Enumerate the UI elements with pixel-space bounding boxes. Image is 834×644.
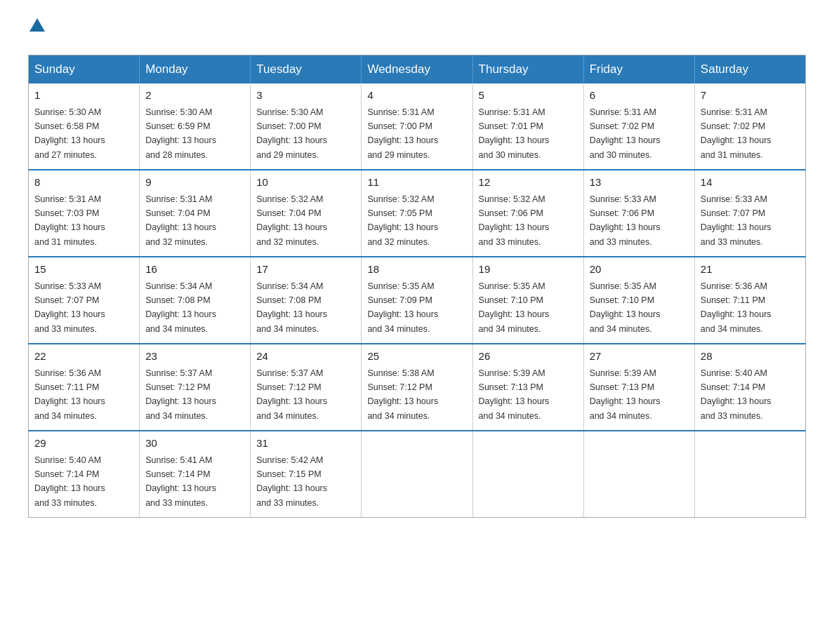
day-number: 14 bbox=[701, 175, 800, 191]
calendar-cell: 25Sunrise: 5:38 AMSunset: 7:12 PMDayligh… bbox=[362, 344, 472, 431]
day-info: Sunrise: 5:32 AMSunset: 7:04 PMDaylight:… bbox=[256, 194, 327, 247]
calendar-week-3: 15Sunrise: 5:33 AMSunset: 7:07 PMDayligh… bbox=[29, 257, 806, 344]
calendar-cell bbox=[583, 431, 694, 518]
day-info: Sunrise: 5:33 AMSunset: 7:06 PMDaylight:… bbox=[590, 194, 661, 247]
calendar-cell: 16Sunrise: 5:34 AMSunset: 7:08 PMDayligh… bbox=[140, 257, 251, 344]
day-number: 11 bbox=[367, 175, 466, 191]
day-info: Sunrise: 5:32 AMSunset: 7:05 PMDaylight:… bbox=[367, 194, 438, 247]
day-number: 22 bbox=[34, 349, 133, 365]
header-saturday: Saturday bbox=[694, 55, 805, 84]
day-number: 25 bbox=[367, 349, 466, 365]
day-info: Sunrise: 5:30 AMSunset: 7:00 PMDaylight:… bbox=[256, 107, 327, 160]
day-info: Sunrise: 5:39 AMSunset: 7:13 PMDaylight:… bbox=[590, 368, 661, 421]
day-info: Sunrise: 5:31 AMSunset: 7:02 PMDaylight:… bbox=[701, 107, 772, 160]
day-info: Sunrise: 5:35 AMSunset: 7:10 PMDaylight:… bbox=[479, 281, 550, 334]
day-info: Sunrise: 5:33 AMSunset: 7:07 PMDaylight:… bbox=[701, 194, 772, 247]
header bbox=[28, 21, 806, 34]
day-info: Sunrise: 5:31 AMSunset: 7:00 PMDaylight:… bbox=[367, 107, 438, 160]
header-friday: Friday bbox=[583, 55, 694, 84]
day-info: Sunrise: 5:31 AMSunset: 7:02 PMDaylight:… bbox=[590, 107, 661, 160]
calendar-cell: 14Sunrise: 5:33 AMSunset: 7:07 PMDayligh… bbox=[694, 170, 805, 257]
day-number: 15 bbox=[34, 262, 133, 278]
calendar-cell: 10Sunrise: 5:32 AMSunset: 7:04 PMDayligh… bbox=[251, 170, 362, 257]
day-number: 2 bbox=[145, 88, 244, 104]
calendar-cell: 20Sunrise: 5:35 AMSunset: 7:10 PMDayligh… bbox=[583, 257, 694, 344]
day-info: Sunrise: 5:38 AMSunset: 7:12 PMDaylight:… bbox=[367, 368, 438, 421]
day-info: Sunrise: 5:35 AMSunset: 7:09 PMDaylight:… bbox=[367, 281, 438, 334]
day-number: 13 bbox=[590, 175, 689, 191]
day-info: Sunrise: 5:36 AMSunset: 7:11 PMDaylight:… bbox=[34, 368, 105, 421]
day-number: 30 bbox=[145, 436, 244, 452]
day-number: 17 bbox=[256, 262, 355, 278]
day-number: 12 bbox=[479, 175, 578, 191]
calendar-cell: 27Sunrise: 5:39 AMSunset: 7:13 PMDayligh… bbox=[583, 344, 694, 431]
calendar-cell: 8Sunrise: 5:31 AMSunset: 7:03 PMDaylight… bbox=[29, 170, 140, 257]
day-number: 24 bbox=[256, 349, 355, 365]
calendar-cell: 15Sunrise: 5:33 AMSunset: 7:07 PMDayligh… bbox=[29, 257, 140, 344]
calendar-cell: 22Sunrise: 5:36 AMSunset: 7:11 PMDayligh… bbox=[29, 344, 140, 431]
calendar-cell bbox=[362, 431, 472, 518]
day-info: Sunrise: 5:31 AMSunset: 7:01 PMDaylight:… bbox=[479, 107, 550, 160]
calendar-cell: 5Sunrise: 5:31 AMSunset: 7:01 PMDaylight… bbox=[472, 83, 583, 170]
calendar-cell: 19Sunrise: 5:35 AMSunset: 7:10 PMDayligh… bbox=[472, 257, 583, 344]
header-sunday: Sunday bbox=[29, 55, 140, 84]
day-info: Sunrise: 5:41 AMSunset: 7:14 PMDaylight:… bbox=[145, 455, 216, 508]
day-number: 31 bbox=[256, 436, 355, 452]
calendar-cell: 23Sunrise: 5:37 AMSunset: 7:12 PMDayligh… bbox=[140, 344, 251, 431]
day-info: Sunrise: 5:31 AMSunset: 7:03 PMDaylight:… bbox=[34, 194, 105, 247]
day-number: 18 bbox=[367, 262, 466, 278]
calendar-cell: 7Sunrise: 5:31 AMSunset: 7:02 PMDaylight… bbox=[694, 83, 805, 170]
header-monday: Monday bbox=[140, 55, 251, 84]
calendar-cell: 29Sunrise: 5:40 AMSunset: 7:14 PMDayligh… bbox=[29, 431, 140, 518]
calendar-week-5: 29Sunrise: 5:40 AMSunset: 7:14 PMDayligh… bbox=[29, 431, 806, 518]
calendar-week-4: 22Sunrise: 5:36 AMSunset: 7:11 PMDayligh… bbox=[29, 344, 806, 431]
calendar-cell: 18Sunrise: 5:35 AMSunset: 7:09 PMDayligh… bbox=[362, 257, 472, 344]
day-number: 6 bbox=[590, 88, 689, 104]
calendar-cell: 4Sunrise: 5:31 AMSunset: 7:00 PMDaylight… bbox=[362, 83, 472, 170]
header-tuesday: Tuesday bbox=[251, 55, 362, 84]
day-info: Sunrise: 5:30 AMSunset: 6:58 PMDaylight:… bbox=[34, 107, 105, 160]
day-info: Sunrise: 5:42 AMSunset: 7:15 PMDaylight:… bbox=[256, 455, 327, 508]
day-number: 1 bbox=[34, 88, 133, 104]
day-number: 26 bbox=[479, 349, 578, 365]
logo bbox=[28, 21, 44, 34]
calendar-cell: 26Sunrise: 5:39 AMSunset: 7:13 PMDayligh… bbox=[472, 344, 583, 431]
day-number: 16 bbox=[145, 262, 244, 278]
day-number: 7 bbox=[701, 88, 800, 104]
calendar-cell: 3Sunrise: 5:30 AMSunset: 7:00 PMDaylight… bbox=[251, 83, 362, 170]
calendar-cell: 31Sunrise: 5:42 AMSunset: 7:15 PMDayligh… bbox=[251, 431, 362, 518]
day-number: 3 bbox=[256, 88, 355, 104]
day-number: 4 bbox=[367, 88, 466, 104]
calendar-cell: 6Sunrise: 5:31 AMSunset: 7:02 PMDaylight… bbox=[583, 83, 694, 170]
day-info: Sunrise: 5:37 AMSunset: 7:12 PMDaylight:… bbox=[145, 368, 216, 421]
day-info: Sunrise: 5:33 AMSunset: 7:07 PMDaylight:… bbox=[34, 281, 105, 334]
calendar-cell: 9Sunrise: 5:31 AMSunset: 7:04 PMDaylight… bbox=[140, 170, 251, 257]
calendar-cell: 24Sunrise: 5:37 AMSunset: 7:12 PMDayligh… bbox=[251, 344, 362, 431]
day-info: Sunrise: 5:36 AMSunset: 7:11 PMDaylight:… bbox=[701, 281, 772, 334]
day-info: Sunrise: 5:32 AMSunset: 7:06 PMDaylight:… bbox=[479, 194, 550, 247]
calendar-week-1: 1Sunrise: 5:30 AMSunset: 6:58 PMDaylight… bbox=[29, 83, 806, 170]
day-number: 20 bbox=[590, 262, 689, 278]
day-info: Sunrise: 5:39 AMSunset: 7:13 PMDaylight:… bbox=[479, 368, 550, 421]
day-info: Sunrise: 5:31 AMSunset: 7:04 PMDaylight:… bbox=[145, 194, 216, 247]
calendar-cell: 30Sunrise: 5:41 AMSunset: 7:14 PMDayligh… bbox=[140, 431, 251, 518]
day-info: Sunrise: 5:34 AMSunset: 7:08 PMDaylight:… bbox=[256, 281, 327, 334]
calendar-cell: 17Sunrise: 5:34 AMSunset: 7:08 PMDayligh… bbox=[251, 257, 362, 344]
day-number: 29 bbox=[34, 436, 133, 452]
calendar-cell: 21Sunrise: 5:36 AMSunset: 7:11 PMDayligh… bbox=[694, 257, 805, 344]
day-info: Sunrise: 5:37 AMSunset: 7:12 PMDaylight:… bbox=[256, 368, 327, 421]
day-number: 9 bbox=[145, 175, 244, 191]
calendar-cell: 28Sunrise: 5:40 AMSunset: 7:14 PMDayligh… bbox=[694, 344, 805, 431]
day-number: 27 bbox=[590, 349, 689, 365]
calendar-header-row: SundayMondayTuesdayWednesdayThursdayFrid… bbox=[29, 55, 806, 84]
calendar-table: SundayMondayTuesdayWednesdayThursdayFrid… bbox=[28, 55, 806, 518]
calendar-cell bbox=[472, 431, 583, 518]
day-info: Sunrise: 5:35 AMSunset: 7:10 PMDaylight:… bbox=[590, 281, 661, 334]
day-info: Sunrise: 5:40 AMSunset: 7:14 PMDaylight:… bbox=[34, 455, 105, 508]
calendar-week-2: 8Sunrise: 5:31 AMSunset: 7:03 PMDaylight… bbox=[29, 170, 806, 257]
day-number: 10 bbox=[256, 175, 355, 191]
day-number: 8 bbox=[34, 175, 133, 191]
day-number: 28 bbox=[701, 349, 800, 365]
calendar-cell: 11Sunrise: 5:32 AMSunset: 7:05 PMDayligh… bbox=[362, 170, 472, 257]
calendar-cell: 12Sunrise: 5:32 AMSunset: 7:06 PMDayligh… bbox=[472, 170, 583, 257]
